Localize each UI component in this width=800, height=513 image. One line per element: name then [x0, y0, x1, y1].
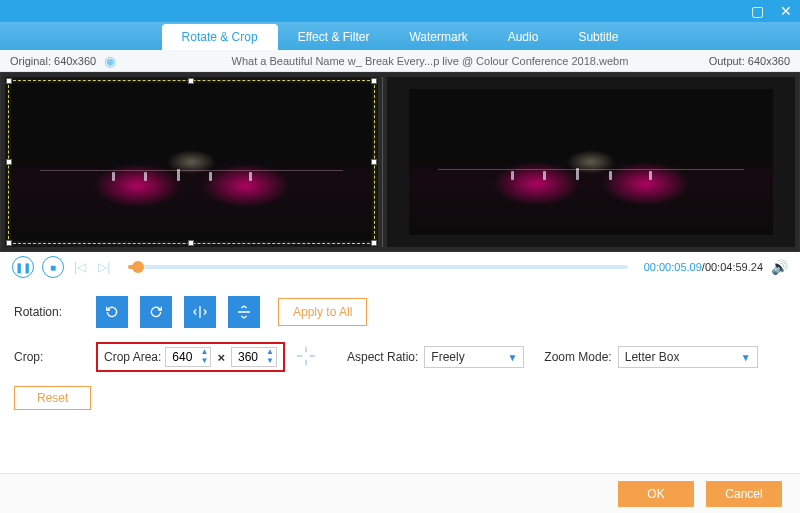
crop-handle-mr[interactable]: [371, 159, 377, 165]
crop-size-separator: ×: [215, 350, 227, 365]
crop-width-spinner[interactable]: ▲▼: [165, 347, 211, 367]
total-time: /00:04:59.24: [702, 261, 763, 273]
crop-width-input[interactable]: [166, 348, 198, 366]
crop-area-highlight: Crop Area: ▲▼ × ▲▼: [96, 342, 285, 372]
center-crop-button[interactable]: [295, 345, 317, 370]
close-icon[interactable]: ✕: [780, 4, 792, 18]
info-bar: Original: 640x360 ◉ What a Beautiful Nam…: [0, 50, 800, 72]
tab-watermark[interactable]: Watermark: [389, 24, 487, 50]
rotate-cw-button[interactable]: [140, 296, 172, 328]
time-display: 00:00:05.09/00:04:59.24: [644, 261, 763, 273]
crop-handle-ml[interactable]: [6, 159, 12, 165]
footer-bar: OK Cancel: [0, 473, 800, 513]
preview-divider: [382, 77, 383, 247]
title-bar: ▢ ✕: [0, 0, 800, 22]
prev-frame-button[interactable]: |◁: [72, 260, 88, 274]
tab-audio[interactable]: Audio: [488, 24, 559, 50]
stop-button[interactable]: ■: [42, 256, 64, 278]
crop-handle-bm[interactable]: [188, 240, 194, 246]
crop-handle-br[interactable]: [371, 240, 377, 246]
reset-button[interactable]: Reset: [14, 386, 91, 410]
seek-slider[interactable]: [128, 265, 627, 269]
rotate-ccw-icon: [104, 304, 120, 320]
preview-eye-icon[interactable]: ◉: [104, 53, 116, 69]
flip-horizontal-icon: [192, 304, 208, 320]
seek-thumb[interactable]: [132, 261, 144, 273]
player-controls: ❚❚ ■ |◁ ▷| 00:00:05.09/00:04:59.24 🔊: [0, 252, 800, 282]
aspect-ratio-label: Aspect Ratio:: [347, 350, 418, 364]
crop-height-down[interactable]: ▼: [264, 357, 276, 366]
pause-button[interactable]: ❚❚: [12, 256, 34, 278]
rotation-row: Rotation: Apply to All: [14, 296, 786, 328]
apply-to-all-button[interactable]: Apply to All: [278, 298, 367, 326]
crop-width-down[interactable]: ▼: [198, 357, 210, 366]
rotate-cw-icon: [148, 304, 164, 320]
volume-icon[interactable]: 🔊: [771, 259, 788, 275]
crop-outline[interactable]: [8, 80, 375, 244]
ok-button[interactable]: OK: [618, 481, 694, 507]
crop-height-input[interactable]: [232, 348, 264, 366]
aspect-ratio-value: Freely: [431, 350, 464, 364]
output-size-label: Output: 640x360: [670, 55, 790, 67]
rotation-label: Rotation:: [14, 305, 96, 319]
maximize-icon[interactable]: ▢: [751, 4, 764, 18]
crop-handle-tl[interactable]: [6, 78, 12, 84]
rotate-ccw-button[interactable]: [96, 296, 128, 328]
crop-row: Crop: Crop Area: ▲▼ × ▲▼ Aspect Ratio: F…: [14, 342, 786, 372]
tab-rotate-crop[interactable]: Rotate & Crop: [162, 24, 278, 50]
crop-label: Crop:: [14, 350, 96, 364]
form-area: Rotation: Apply to All Crop: Crop Area: …: [0, 282, 800, 410]
tab-effect-filter[interactable]: Effect & Filter: [278, 24, 390, 50]
crop-handle-tr[interactable]: [371, 78, 377, 84]
aspect-ratio-select[interactable]: Freely ▼: [424, 346, 524, 368]
crop-area-label: Crop Area:: [104, 350, 161, 364]
chevron-down-icon: ▼: [741, 352, 751, 363]
zoom-mode-label: Zoom Mode:: [544, 350, 611, 364]
filename-label: What a Beautiful Name w_ Break Every...p…: [190, 55, 670, 67]
chevron-down-icon: ▼: [507, 352, 517, 363]
center-crop-icon: [295, 345, 317, 367]
original-size-label: Original: 640x360: [10, 55, 96, 67]
crop-height-spinner[interactable]: ▲▼: [231, 347, 277, 367]
crop-handle-tm[interactable]: [188, 78, 194, 84]
zoom-mode-value: Letter Box: [625, 350, 680, 364]
flip-vertical-button[interactable]: [228, 296, 260, 328]
original-preview[interactable]: [5, 77, 378, 247]
flip-vertical-icon: [236, 304, 252, 320]
tab-bar: Rotate & Crop Effect & Filter Watermark …: [0, 22, 800, 50]
crop-handle-bl[interactable]: [6, 240, 12, 246]
tab-subtitle[interactable]: Subtitle: [558, 24, 638, 50]
zoom-mode-select[interactable]: Letter Box ▼: [618, 346, 758, 368]
output-video-frame: [409, 89, 774, 235]
current-time: 00:00:05.09: [644, 261, 702, 273]
preview-row: [0, 72, 800, 252]
flip-horizontal-button[interactable]: [184, 296, 216, 328]
next-frame-button[interactable]: ▷|: [96, 260, 112, 274]
cancel-button[interactable]: Cancel: [706, 481, 782, 507]
output-preview: [387, 77, 796, 247]
